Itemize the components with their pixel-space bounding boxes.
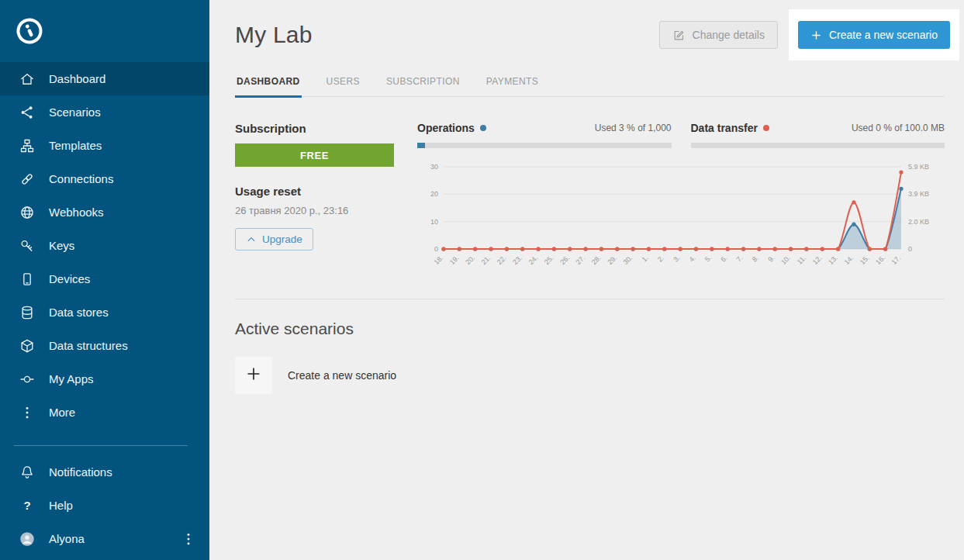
- change-details-label: Change details: [693, 29, 765, 41]
- svg-text:30.: 30.: [622, 254, 634, 266]
- sidebar-item-label: More: [49, 406, 75, 419]
- dots-icon: [19, 404, 36, 421]
- svg-text:0: 0: [434, 245, 438, 253]
- svg-text:20.: 20.: [464, 254, 476, 266]
- sidebar-item-devices[interactable]: Devices: [0, 262, 209, 296]
- data-transfer-progress: [691, 143, 945, 148]
- sidebar-divider: [14, 445, 188, 446]
- svg-text:29.: 29.: [606, 254, 618, 266]
- app-logo[interactable]: [0, 0, 209, 62]
- svg-text:23.: 23.: [511, 254, 523, 266]
- svg-text:17.: 17.: [890, 254, 902, 266]
- sidebar-item-templates[interactable]: Templates: [0, 129, 209, 162]
- sidebar-footer: Notifications?HelpAlyona: [0, 434, 209, 560]
- sidebar-item-label: Templates: [49, 139, 102, 152]
- tab-payments[interactable]: PAYMENTS: [485, 71, 540, 96]
- sidebar-item-more[interactable]: More: [0, 396, 209, 429]
- svg-text:1.: 1.: [641, 254, 650, 263]
- sidebar-item-scenarios[interactable]: Scenarios: [0, 95, 209, 129]
- sidebar-item-label: Help: [49, 499, 73, 512]
- section-divider: [235, 299, 945, 299]
- usage-reset-date: 26 травня 2020 р., 23:16: [235, 205, 394, 216]
- svg-text:25.: 25.: [543, 254, 555, 266]
- svg-text:8.: 8.: [751, 254, 760, 263]
- page-header: My Lab Change details Create a new scena…: [209, 0, 964, 60]
- svg-text:30: 30: [430, 163, 438, 171]
- key-icon: [19, 237, 36, 254]
- device-icon: [19, 271, 36, 288]
- svg-text:3.9 KB: 3.9 KB: [908, 190, 929, 198]
- highlight-box: Create a new scenario: [789, 9, 959, 60]
- usage-reset-heading: Usage reset: [235, 185, 394, 198]
- sidebar-item-data-stores[interactable]: Data stores: [0, 296, 209, 329]
- svg-text:5.9 KB: 5.9 KB: [908, 163, 929, 171]
- subscription-panel: Subscription FREE Usage reset 26 травня …: [235, 122, 394, 280]
- svg-text:2.0 KB: 2.0 KB: [908, 218, 929, 226]
- data-transfer-dot-icon: [763, 125, 769, 131]
- sidebar-item-label: Data structures: [49, 339, 128, 352]
- active-scenarios-heading: Active scenarios: [235, 320, 945, 338]
- svg-text:18.: 18.: [432, 254, 444, 266]
- create-scenario-button[interactable]: Create a new scenario: [798, 21, 950, 49]
- create-scenario-plus-box[interactable]: [235, 357, 272, 394]
- svg-text:3.: 3.: [672, 254, 681, 263]
- svg-text:9.: 9.: [766, 254, 776, 263]
- svg-text:4.: 4.: [688, 254, 697, 263]
- tab-users[interactable]: USERS: [325, 71, 361, 96]
- sidebar-item-label: Connections: [49, 172, 113, 185]
- svg-text:?: ?: [23, 498, 30, 511]
- svg-text:2.: 2.: [656, 254, 665, 263]
- operations-used-text: Used 3 % of 1,000: [595, 123, 672, 133]
- globe-icon: [19, 204, 36, 221]
- data-transfer-title: Data transfer: [691, 122, 758, 134]
- svg-text:0: 0: [908, 245, 912, 253]
- sidebar-item-data-structures[interactable]: Data structures: [0, 329, 209, 362]
- database-icon: [19, 304, 36, 321]
- operations-header: Operations Used 3 % of 1,000: [417, 122, 672, 134]
- header-actions: Change details Create a new scenario: [659, 9, 959, 60]
- change-details-button[interactable]: Change details: [659, 21, 778, 49]
- upgrade-button[interactable]: Upgrade: [235, 228, 313, 251]
- svg-text:28.: 28.: [590, 254, 603, 266]
- subscription-heading: Subscription: [235, 122, 394, 135]
- sidebar-item-notifications[interactable]: Notifications: [0, 455, 209, 489]
- svg-text:27.: 27.: [575, 254, 587, 266]
- plus-icon: [810, 29, 822, 41]
- usage-chart: 00102.0 KB203.9 KB305.9 KB18.19.20.21.22…: [417, 159, 945, 277]
- svg-text:21.: 21.: [479, 254, 492, 266]
- sidebar-footer-menu: Notifications?HelpAlyona: [0, 455, 209, 555]
- page-title: My Lab: [235, 22, 313, 48]
- bell-icon: [19, 464, 36, 481]
- svg-text:19.: 19.: [448, 254, 461, 266]
- home-icon: [19, 71, 36, 88]
- operations-title: Operations: [417, 122, 475, 134]
- create-scenario-row[interactable]: Create a new scenario: [235, 357, 396, 394]
- svg-text:20: 20: [430, 190, 438, 198]
- sidebar-item-label: Scenarios: [49, 105, 101, 119]
- upgrade-label: Upgrade: [262, 233, 302, 245]
- sidebar-item-my-apps[interactable]: My Apps: [0, 362, 209, 396]
- sidebar-item-connections[interactable]: Connections: [0, 162, 209, 195]
- sidebar-item-dashboard[interactable]: Dashboard: [0, 62, 209, 95]
- sidebar-item-label: Notifications: [49, 465, 112, 479]
- user-menu-dots-icon[interactable]: [180, 531, 197, 548]
- sidebar-item-help[interactable]: ?Help: [0, 489, 209, 522]
- svg-text:11.: 11.: [796, 254, 807, 265]
- integromat-logo-icon: [14, 36, 45, 49]
- usage-headers: Operations Used 3 % of 1,000 Data transf…: [417, 122, 945, 148]
- svg-text:13.: 13.: [827, 254, 839, 266]
- operations-progress-fill: [417, 143, 425, 148]
- link-icon: [19, 171, 36, 188]
- tab-subscription[interactable]: SUBSCRIPTION: [385, 71, 461, 96]
- create-scenario-row-label: Create a new scenario: [288, 369, 396, 382]
- sidebar-item-alyona[interactable]: Alyona: [0, 522, 209, 555]
- sidebar-item-keys[interactable]: Keys: [0, 229, 209, 262]
- sidebar-item-webhooks[interactable]: Webhooks: [0, 195, 209, 229]
- sidebar-item-label: Dashboard: [49, 72, 105, 85]
- tab-dashboard[interactable]: DASHBOARD: [235, 71, 302, 98]
- sidebar-item-label: Data stores: [49, 306, 109, 319]
- plus-icon: [245, 365, 262, 385]
- svg-text:7.: 7.: [735, 254, 745, 263]
- edit-pencil-icon: [672, 29, 686, 42]
- sidebar-item-label: Webhooks: [49, 206, 104, 219]
